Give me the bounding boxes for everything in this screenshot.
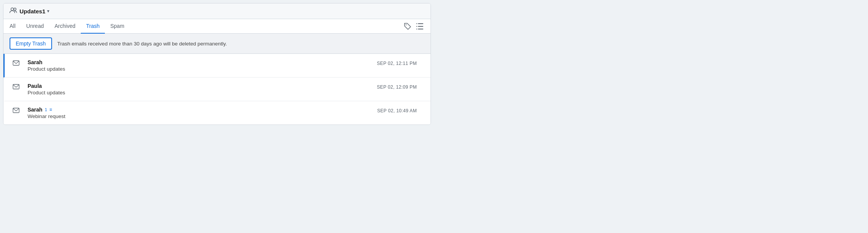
tabs-bar: AllUnreadArchivedTrashSpam — [3, 19, 431, 34]
tab-trash[interactable]: Trash — [81, 19, 105, 34]
tabs-actions — [404, 23, 424, 30]
envelope-icon — [13, 60, 20, 66]
tab-all[interactable]: All — [10, 19, 21, 34]
email-app-container: Updates1 ▾ AllUnreadArchivedTrashSpam — [3, 3, 431, 125]
email-sender-row: Sarah 1 ≡ — [28, 107, 377, 113]
email-sender: Sarah — [28, 59, 42, 65]
email-item[interactable]: Sarah Product updates SEP 02, 12:11 PM — [3, 54, 431, 78]
svg-rect-7 — [416, 26, 417, 27]
envelope-icon — [13, 84, 20, 90]
header-title: Updates1 — [20, 8, 46, 15]
empty-trash-banner: Empty Trash Trash emails received more t… — [3, 34, 431, 54]
email-thread-icon: ≡ — [49, 107, 52, 112]
tabs-list: AllUnreadArchivedTrashSpam — [10, 19, 404, 33]
email-item[interactable]: Paula Product updates SEP 02, 12:09 PM — [3, 78, 431, 101]
email-icon-col — [5, 83, 28, 90]
envelope-icon — [13, 107, 20, 113]
email-time: SEP 02, 12:11 PM — [377, 59, 424, 66]
tag-icon[interactable] — [404, 23, 411, 30]
email-body: Sarah 1 ≡ Webinar request — [28, 107, 377, 119]
svg-point-2 — [406, 24, 406, 25]
list-view-icon[interactable] — [416, 23, 424, 30]
header: Updates1 ▾ — [3, 3, 431, 19]
email-sender: Sarah — [28, 107, 42, 113]
email-list: Sarah Product updates SEP 02, 12:11 PM P… — [3, 54, 431, 125]
svg-rect-8 — [416, 29, 417, 29]
email-body: Sarah Product updates — [28, 59, 377, 72]
email-icon-col — [5, 107, 28, 113]
email-sender: Paula — [28, 83, 42, 89]
email-item[interactable]: Sarah 1 ≡ Webinar request SEP 02, 10:49 … — [3, 101, 431, 125]
email-count-badge: 1 — [45, 107, 47, 112]
group-icon — [10, 7, 17, 15]
email-icon-col — [5, 59, 28, 66]
svg-point-1 — [14, 8, 16, 10]
email-subject: Webinar request — [28, 113, 377, 119]
chevron-icon[interactable]: ▾ — [47, 8, 49, 14]
email-subject: Product updates — [28, 66, 377, 72]
svg-rect-6 — [416, 23, 417, 24]
email-subject: Product updates — [28, 90, 377, 95]
tab-archived[interactable]: Archived — [49, 19, 80, 34]
tab-unread[interactable]: Unread — [21, 19, 49, 34]
banner-message: Trash emails received more than 30 days … — [57, 41, 227, 47]
svg-point-0 — [11, 8, 14, 11]
email-time: SEP 02, 12:09 PM — [377, 83, 424, 90]
email-sender-row: Paula — [28, 83, 377, 89]
tab-spam[interactable]: Spam — [105, 19, 130, 34]
svg-rect-4 — [418, 26, 423, 27]
email-sender-row: Sarah — [28, 59, 377, 65]
svg-rect-3 — [418, 23, 423, 24]
email-time: SEP 02, 10:49 AM — [377, 107, 424, 113]
email-body: Paula Product updates — [28, 83, 377, 95]
svg-rect-5 — [418, 29, 423, 29]
empty-trash-button[interactable]: Empty Trash — [10, 37, 52, 50]
